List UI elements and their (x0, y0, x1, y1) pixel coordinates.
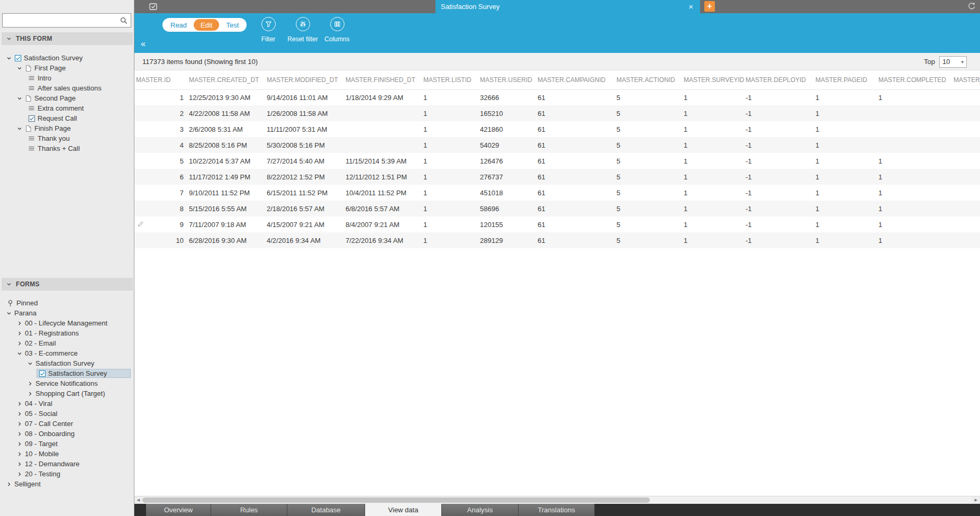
forms-item-07-call-center[interactable]: 07 - Call Center (0, 419, 134, 429)
tab-rules[interactable]: Rules (211, 504, 287, 516)
table-row[interactable]: 112/25/2013 9:30 AM9/14/2016 11:01 AM1/1… (134, 89, 980, 105)
tab-analysis[interactable]: Analysis (442, 504, 519, 516)
close-icon[interactable]: × (687, 3, 695, 11)
test-mode-button[interactable]: Test (219, 19, 246, 31)
table-row[interactable]: 106/28/2016 9:30 AM4/2/2016 9:34 AM7/22/… (134, 232, 980, 248)
column-header-master-userid[interactable]: MASTER.USERID (478, 70, 536, 89)
forms-item-00-lifecycle-management[interactable]: 00 - Lifecycle Management (0, 318, 134, 328)
forms-item-08-onboarding[interactable]: 08 - Onboarding (0, 429, 134, 439)
chevron-right-icon[interactable] (16, 461, 23, 467)
chevron-right-icon[interactable] (16, 471, 23, 477)
section-header-this-form[interactable]: THIS FORM (2, 32, 133, 45)
columns-button[interactable]: Columns (316, 17, 358, 43)
table-row[interactable]: 97/11/2007 9:18 AM4/15/2007 9:21 AM8/4/2… (134, 216, 980, 232)
scrollbar-thumb[interactable] (142, 497, 650, 503)
column-header-master-actionid[interactable]: MASTER.ACTIONID (615, 70, 682, 89)
chevron-right-icon[interactable] (16, 451, 23, 457)
tab-satisfaction-survey[interactable]: Satisfaction Survey × (435, 0, 700, 13)
column-header-master-campaignid[interactable]: MASTER.CAMPAIGNID (536, 70, 615, 89)
chevron-right-icon[interactable] (5, 481, 13, 487)
table-row[interactable]: 32/6/2008 5:31 AM11/11/2007 5:31 AM14218… (134, 121, 980, 137)
chevron-down-icon[interactable] (16, 95, 23, 102)
forms-item-pinned[interactable]: Pinned (0, 298, 134, 308)
tab-overview[interactable]: Overview (146, 504, 211, 516)
this-form-item-satisfaction-survey[interactable]: Satisfaction Survey (0, 53, 134, 63)
forms-item-shopping-cart-target[interactable]: Shopping Cart (Target) (0, 388, 134, 399)
scroll-right-arrow[interactable]: ▶ (972, 496, 980, 504)
edit-row-pencil-icon[interactable] (138, 221, 144, 227)
search-input[interactable] (3, 14, 117, 26)
this-form-item-thanks-call[interactable]: Thanks + Call (0, 143, 134, 153)
scroll-left-arrow[interactable]: ◀ (134, 496, 142, 504)
forms-item-selligent[interactable]: Selligent (0, 479, 134, 489)
column-header-master-completed[interactable]: MASTER.COMPLETED (877, 70, 952, 89)
forms-item-02-email[interactable]: 02 - Email (0, 338, 134, 348)
forms-item-09-target[interactable]: 09 - Target (0, 439, 134, 449)
chevron-down-icon[interactable] (5, 55, 13, 61)
collapse-panel-button[interactable]: « (141, 40, 146, 48)
chevron-right-icon[interactable] (16, 441, 23, 447)
table-row[interactable]: 510/22/2014 5:37 AM7/27/2014 5:40 AM11/1… (134, 153, 980, 169)
column-header-master-created-dt[interactable]: MASTER.CREATED_DT (187, 70, 265, 89)
chevron-right-icon[interactable] (16, 320, 23, 327)
chevron-right-icon[interactable] (16, 401, 23, 407)
tab-view-data[interactable]: View data (365, 504, 442, 516)
column-header-master-id[interactable]: MASTER.ID (134, 70, 187, 89)
edit-mode-button[interactable]: Edit (194, 19, 219, 31)
column-header-master-surveyid[interactable]: MASTER.SURVEYID (682, 70, 744, 89)
section-header-forms[interactable]: FORMS (2, 278, 133, 291)
forms-item-20-testing[interactable]: 20 - Testing (0, 469, 134, 479)
table-row[interactable]: 85/15/2016 5:55 AM2/18/2016 5:57 AM6/8/2… (134, 201, 980, 216)
forms-item-10-mobile[interactable]: 10 - Mobile (0, 449, 134, 459)
forms-item-satisfaction-survey[interactable]: Satisfaction Survey (0, 368, 134, 378)
this-form-item-intro[interactable]: Intro (0, 73, 134, 83)
forms-item-05-social[interactable]: 05 - Social (0, 409, 134, 419)
column-header-master[interactable]: MASTER (952, 70, 980, 89)
this-form-item-second-page[interactable]: Second Page (0, 93, 134, 103)
refresh-icon[interactable] (968, 2, 976, 10)
tab-translations[interactable]: Translations (519, 504, 595, 516)
column-header-master-listid[interactable]: MASTER.LISTID (422, 70, 478, 89)
chevron-down-icon[interactable] (16, 65, 23, 71)
column-header-master-finished-dt[interactable]: MASTER.FINISHED_DT (344, 70, 422, 89)
this-form-item-after-sales-questions[interactable]: After sales questions (0, 83, 134, 93)
this-form-item-finish-page[interactable]: Finish Page (0, 123, 134, 133)
search-icon[interactable] (117, 17, 131, 24)
tab-database[interactable]: Database (287, 504, 365, 516)
chevron-down-icon[interactable] (26, 360, 34, 367)
column-header-master-modified-dt[interactable]: MASTER.MODIFIED_DT (265, 70, 344, 89)
forms-item-12-demandware[interactable]: 12 - Demandware (0, 459, 134, 469)
table-row[interactable]: 611/17/2012 1:49 PM8/22/2012 1:52 PM12/1… (134, 169, 980, 185)
grid-cell: 58696 (478, 201, 536, 216)
column-header-master-deployid[interactable]: MASTER.DEPLOYID (744, 70, 814, 89)
table-row[interactable]: 79/10/2011 11:52 PM6/15/2011 11:52 PM10/… (134, 185, 980, 201)
forms-item-01-registrations[interactable]: 01 - Registrations (0, 328, 134, 338)
forms-item-04-viral[interactable]: 04 - Viral (0, 399, 134, 409)
forms-item-03-e-commerce[interactable]: 03 - E-commerce (0, 348, 134, 358)
this-form-item-thank-you[interactable]: Thank you (0, 133, 134, 143)
chevron-right-icon[interactable] (26, 381, 34, 387)
table-row[interactable]: 24/22/2008 11:58 AM1/26/2008 11:58 AM116… (134, 105, 980, 121)
table-row[interactable]: 48/25/2008 5:16 PM5/30/2008 5:16 PM15402… (134, 137, 980, 153)
this-form-item-extra-comment[interactable]: Extra comment (0, 103, 134, 113)
this-form-item-request-call[interactable]: Request Call (0, 113, 134, 123)
forms-item-parana[interactable]: Parana (0, 308, 134, 318)
chevron-right-icon[interactable] (16, 330, 23, 337)
this-form-item-first-page[interactable]: First Page (0, 63, 134, 73)
chevron-down-icon[interactable] (16, 350, 23, 357)
top-count-dropdown[interactable]: 10 ▾ (939, 56, 967, 68)
new-tab-button[interactable]: + (704, 1, 715, 12)
forms-item-satisfaction-survey[interactable]: Satisfaction Survey (0, 358, 134, 368)
forms-item-service-notifications[interactable]: Service Notifications (0, 378, 134, 388)
chevron-right-icon[interactable] (26, 391, 34, 397)
column-header-master-pageid[interactable]: MASTER.PAGEID (814, 70, 877, 89)
chevron-right-icon[interactable] (16, 340, 23, 347)
grid-cell (952, 216, 980, 232)
chevron-right-icon[interactable] (16, 431, 23, 437)
grid-cell: -1 (744, 185, 814, 201)
chevron-down-icon[interactable] (16, 125, 23, 132)
chevron-right-icon[interactable] (16, 411, 23, 417)
chevron-right-icon[interactable] (16, 421, 23, 427)
read-mode-button[interactable]: Read (164, 19, 194, 31)
chevron-down-icon[interactable] (5, 310, 13, 316)
